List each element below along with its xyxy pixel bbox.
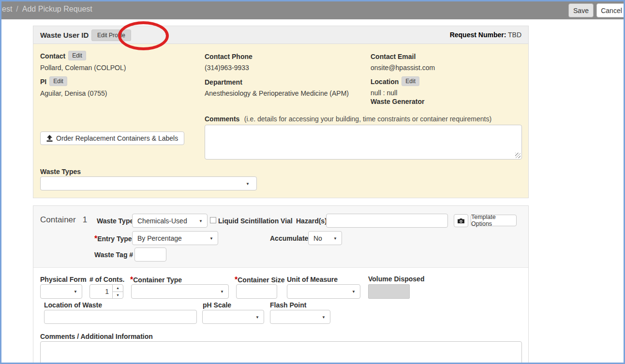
- contact-label: Contact: [40, 52, 65, 60]
- dropdown-caret-icon: ▼: [246, 181, 250, 186]
- waste-tag-label: Waste Tag #: [94, 251, 133, 259]
- profile-comments-label: Comments: [205, 115, 239, 123]
- num-conts-stepper: ▲ ▼: [89, 284, 123, 299]
- container-type-select[interactable]: ▼: [131, 284, 229, 299]
- profile-comments-textarea[interactable]: [205, 125, 522, 160]
- profile-panel-header: Waste User ID Edit Profile Request Numbe…: [33, 26, 528, 44]
- flash-point-label: Flash Point: [270, 301, 306, 309]
- contact-edit-button[interactable]: Edit: [68, 51, 86, 60]
- pi-field-label-row: PIEdit: [40, 76, 67, 86]
- contact-phone-value: (314)963-9933: [205, 64, 249, 72]
- entry-type-label-row: *Entry Type: [94, 234, 132, 243]
- dropdown-caret-icon: ▼: [199, 218, 203, 223]
- pi-label: PI: [40, 78, 46, 86]
- location-value: null : null: [371, 89, 397, 97]
- container-size-label-row: *Container Size: [235, 276, 284, 284]
- edit-profile-button[interactable]: Edit Profile: [91, 29, 131, 41]
- save-button[interactable]: Save: [568, 3, 594, 17]
- cancel-button[interactable]: Cancel: [596, 3, 625, 17]
- entry-type-selected-value: By Percentage: [137, 234, 182, 242]
- dropdown-caret-icon: ▼: [352, 290, 356, 294]
- accumulate-selected-value: No: [313, 234, 322, 242]
- ph-scale-label: pH Scale: [203, 301, 231, 309]
- pi-edit-button[interactable]: Edit: [49, 76, 67, 86]
- hazards-label: Hazard(s): [296, 217, 327, 225]
- department-label: Department: [205, 78, 242, 86]
- hazards-input[interactable]: [326, 214, 448, 228]
- volume-disposed-label: Volume Disposed: [368, 275, 424, 283]
- profile-comments-label-row: Comments (i.e. details for accessing you…: [205, 115, 491, 123]
- accumulate-label: Accumulate: [270, 234, 308, 242]
- stepper-up-icon[interactable]: ▲: [113, 285, 123, 291]
- breadcrumb-prefix[interactable]: est: [2, 5, 12, 13]
- profile-comments-hint: (i.e. details for accessing your buildin…: [244, 115, 491, 123]
- ph-scale-select[interactable]: ▼: [202, 310, 264, 324]
- textarea-resize-grip[interactable]: [515, 153, 521, 158]
- pi-value: Aguilar, Denisa (0755): [40, 89, 107, 97]
- unit-of-measure-select[interactable]: ▼: [287, 284, 360, 299]
- add-pickup-request-page: est/Add Pickup Request Save Cancel Waste…: [0, 0, 625, 364]
- breadcrumb-separator: /: [16, 5, 18, 13]
- contact-phone-label: Contact Phone: [205, 53, 253, 60]
- unit-of-measure-label: Unit of Measure: [287, 276, 338, 283]
- camera-button[interactable]: [454, 214, 468, 227]
- contact-field-label-row: ContactEdit: [40, 51, 86, 60]
- container-comments-label: Comments / Additional Information: [40, 333, 153, 340]
- num-conts-input[interactable]: [90, 285, 112, 298]
- contact-email-label: Contact Email: [371, 53, 416, 60]
- location-of-waste-label: Location of Waste: [44, 301, 102, 309]
- contact-value: Pollard, Coleman (COLPOL): [40, 64, 126, 72]
- container-title: Container1: [40, 215, 87, 225]
- location-of-waste-input[interactable]: [44, 310, 197, 324]
- upload-icon: [46, 135, 53, 142]
- camera-icon: [457, 218, 465, 224]
- accumulate-select[interactable]: No ▼: [308, 231, 342, 245]
- entry-type-select[interactable]: By Percentage ▼: [132, 231, 218, 245]
- flash-point-select[interactable]: ▼: [270, 310, 330, 324]
- container-size-input[interactable]: [236, 284, 277, 299]
- location-label: Location: [371, 78, 399, 86]
- breadcrumb-current: Add Pickup Request: [22, 5, 92, 13]
- liquid-scintillation-vial-checkbox[interactable]: [210, 217, 216, 223]
- dropdown-caret-icon: ▼: [322, 315, 326, 319]
- order-replacement-label: Order Replacement Containers & Labels: [56, 134, 178, 142]
- container-comments-textarea[interactable]: [40, 341, 522, 364]
- dropdown-caret-icon: ▼: [333, 236, 337, 240]
- container-size-label: Container Size: [238, 276, 284, 284]
- template-options-button[interactable]: Template Options: [471, 215, 517, 226]
- request-number: Request Number: TBD: [450, 31, 521, 39]
- entry-type-label: Entry Type: [97, 235, 132, 243]
- contact-email-value: onsite@hpassist.com: [371, 64, 435, 72]
- order-replacement-button[interactable]: Order Replacement Containers & Labels: [40, 131, 184, 145]
- physical-form-select[interactable]: ▼: [40, 284, 82, 299]
- stepper-down-icon[interactable]: ▼: [113, 291, 123, 299]
- container-number: 1: [83, 215, 87, 224]
- stepper-arrows: ▲ ▼: [112, 285, 123, 298]
- dropdown-caret-icon: ▼: [255, 315, 259, 319]
- container-type-label: Container Type: [133, 276, 182, 284]
- department-value: Anesthesiology & Perioperative Medicine …: [205, 89, 349, 97]
- waste-type-label: Waste Type: [97, 217, 134, 225]
- panel-title-waste-user-id: Waste User ID: [40, 31, 89, 39]
- top-navbar: est/Add Pickup Request Save Cancel: [0, 0, 625, 19]
- num-conts-label: # of Conts.: [89, 276, 124, 283]
- location-field-label-row: LocationEdit: [371, 76, 419, 86]
- waste-types-select[interactable]: ▼: [40, 176, 257, 190]
- location-edit-button[interactable]: Edit: [402, 76, 419, 86]
- waste-types-label: Waste Types: [40, 168, 81, 175]
- container-1-panel: Container1 Waste Type Chemicals-Used ▼ L…: [33, 205, 529, 364]
- container-title-text: Container: [40, 215, 76, 224]
- container-type-label-row: *Container Type: [130, 276, 182, 284]
- waste-type-selected-value: Chemicals-Used: [137, 217, 187, 225]
- physical-form-label: Physical Form: [40, 276, 87, 283]
- waste-type-select[interactable]: Chemicals-Used ▼: [132, 214, 208, 228]
- dropdown-caret-icon: ▼: [220, 290, 224, 294]
- liquid-scintillation-vial-label: Liquid Scintillation Vial: [218, 217, 293, 225]
- dropdown-caret-icon: ▼: [209, 236, 213, 240]
- breadcrumb: est/Add Pickup Request: [2, 5, 92, 14]
- waste-user-profile-panel: Waste User ID Edit Profile Request Numbe…: [33, 26, 529, 198]
- waste-tag-input[interactable]: [134, 248, 166, 262]
- request-number-label: Request Number:: [450, 31, 506, 39]
- request-number-value: TBD: [508, 31, 521, 39]
- dropdown-caret-icon: ▼: [74, 290, 77, 294]
